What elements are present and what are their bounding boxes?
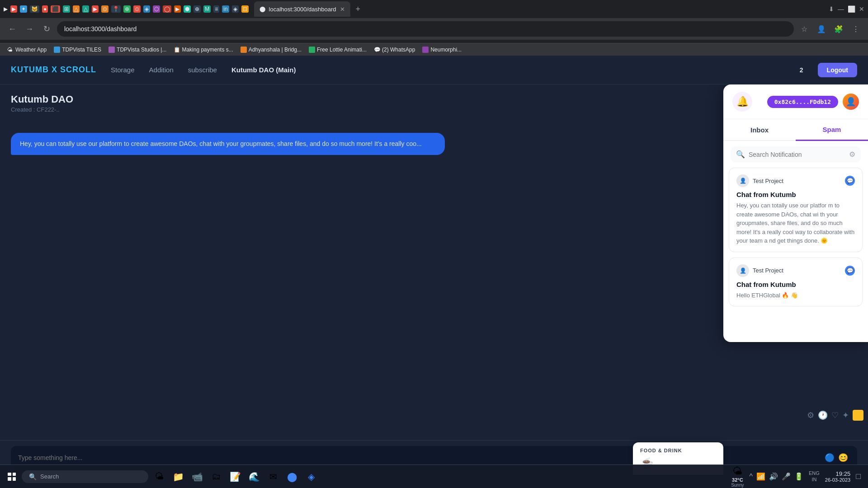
notif-item-2-project: Test Project [753,267,841,274]
bookmark-lottie[interactable]: Free Lottie Animati... [305,45,370,55]
bookmark-adhyanshala[interactable]: Adhyanshala | Bridg... [237,45,305,55]
action-icons-row: ⚙ 🕐 ♡ ✦ [807,410,863,421]
sys-time: 19:25 [836,470,851,477]
notif-items: 👤 Test Project 💬 Chat from Kutumb Hey, y… [723,168,868,342]
tab-title: localhost:3000/dashboard [269,6,336,13]
notification-panel: 🔔 0x82c6....FDdb12 👤 Inbox Spam 🔍 ⚙ [723,84,868,342]
taskbar-vscode[interactable]: ◈ [302,468,320,486]
taskbar-explorer[interactable]: 🗂 [207,468,225,486]
battery-icon[interactable]: 🔋 [794,472,803,481]
notif-panel-header-right: 0x82c6....FDdb12 👤 [767,94,859,110]
mic-icon[interactable]: 🎤 [782,472,791,481]
tab-spam[interactable]: Spam [796,119,868,141]
bookmark-whatsapp[interactable]: 💬 (2) WhatsApp [370,45,419,55]
app-nav: KUTUMB X SCROLL Storage Addition subscri… [0,56,868,84]
notif-search-row: 🔍 ⚙ [731,146,861,162]
nav-storage[interactable]: Storage [111,64,135,75]
taskbar-widgets[interactable]: 🌤 [150,468,168,486]
taskbar-sys-info[interactable]: 19:25 26-03-2023 [825,470,850,483]
forward-button[interactable]: → [23,22,36,36]
chat-bubble: Hey, you can totally use our platform to… [11,133,445,155]
taskbar-search[interactable]: 🔍 Search [22,470,148,483]
food-popup-label: FOOD & DRINK [640,448,716,453]
notif-search-icon: 🔍 [736,150,745,159]
taskbar-search-icon: 🔍 [29,473,37,480]
settings-button[interactable]: ⋮ [849,22,863,36]
notification-badge: 2 [800,66,803,74]
notif-item-1-header: 👤 Test Project 💬 [736,174,855,187]
sys-date: 26-03-2023 [825,477,850,483]
wallet-badge[interactable]: 0x82c6....FDdb12 [767,96,838,108]
taskbar-icons: 🌤 📁 📹 🗂 📝 🌊 ✉ ⬤ ◈ [150,468,320,486]
notif-item-2-avatar: 👤 [736,264,749,277]
taskbar-search-text: Search [40,473,59,480]
nav-kutumb-dao[interactable]: Kutumb DAO (Main) [231,64,296,75]
notif-item-1-avatar: 👤 [736,174,749,187]
notif-item-2-body: Hello ETHGlobal 🔥 👋 [736,291,855,300]
send-button[interactable]: 🔵 [823,451,836,465]
windows-icon [8,473,16,481]
notif-search-input[interactable] [749,151,845,158]
yellow-square [853,410,863,421]
taskbar: 🔍 Search 🌤 📁 📹 🗂 📝 🌊 ✉ ⬤ ◈ 🌤 32°C Sunny … [0,465,868,488]
system-tray-arrow[interactable]: ^ [749,473,753,481]
app-main: Kutumb DAO Created : CF222-.. Hey, you c… [0,84,868,475]
notif-item-1-project: Test Project [753,178,841,184]
heart-action-icon[interactable]: ♡ [831,410,839,420]
settings-action-icon[interactable]: ⚙ [807,410,814,420]
extension-button[interactable]: 🧩 [832,22,845,36]
taskbar-files[interactable]: 📁 [169,468,187,486]
notif-bell: 🔔 [732,92,752,112]
emoji-button[interactable]: 😊 [836,451,850,465]
notif-item-1-title: Chat from Kutumb [736,191,855,198]
address-bar[interactable] [57,21,794,37]
taskbar-right: 🌤 32°C Sunny ^ 📶 🔊 🎤 🔋 ENG IN 19:25 26-0… [727,465,864,488]
notif-item-2-title: Chat from Kutumb [736,281,855,288]
notif-item-1-icon: 💬 [845,176,855,186]
weather-widget[interactable]: 🌤 32°C Sunny [731,465,744,488]
network-icon[interactable]: 📶 [756,472,765,481]
profile-button[interactable]: 👤 [815,22,828,36]
notif-item-2[interactable]: 👤 Test Project 💬 Chat from Kutumb Hello … [729,258,863,307]
active-tab[interactable]: ⬤ localhost:3000/dashboard ✕ [254,1,350,17]
back-button[interactable]: ← [5,22,19,36]
bookmark-payments[interactable]: 📋 Making payments s... [170,45,236,55]
notification-tray-icon[interactable]: □ [856,472,861,481]
taskbar-right-icons: ^ 📶 🔊 🎤 🔋 [749,472,803,481]
star-action-icon[interactable]: ✦ [842,410,849,420]
notif-avatar: 👤 [843,94,859,110]
weather-icon: 🌤 [732,465,742,477]
bookmark-weather[interactable]: 🌤 Weather App [4,45,50,55]
logout-button[interactable]: Logout [818,63,857,77]
notif-item-2-icon: 💬 [845,266,855,276]
notif-item-1[interactable]: 👤 Test Project 💬 Chat from Kutumb Hey, y… [729,168,863,252]
notif-item-1-body: Hey, you can totally use our platfor m t… [736,201,855,245]
volume-icon[interactable]: 🔊 [769,472,778,481]
bookmark-tdpvista-tiles[interactable]: TDPVista TILES [50,45,105,55]
nav-subscribe[interactable]: subscribe [188,64,217,75]
bookmark-neumorphi[interactable]: Neumorphi... [419,45,465,55]
history-action-icon[interactable]: 🕐 [818,410,828,420]
taskbar-edge[interactable]: 🌊 [245,468,263,486]
bookmark-tdpvista-studios[interactable]: TDPVista Studios |... [105,45,170,55]
tab-inbox[interactable]: Inbox [723,119,796,140]
taskbar-chrome[interactable]: ⬤ [283,468,301,486]
new-tab-button[interactable]: + [352,5,364,14]
refresh-button[interactable]: ↻ [40,22,53,36]
taskbar-mail[interactable]: ✉ [264,468,282,486]
start-button[interactable] [4,469,20,485]
weather-temp: 32°C [732,477,743,483]
notif-filter-icon[interactable]: ⚙ [849,150,855,159]
notif-panel-header: 🔔 0x82c6....FDdb12 👤 [723,84,868,119]
notif-item-2-header: 👤 Test Project 💬 [736,264,855,277]
bookmark-button[interactable]: ☆ [797,22,811,36]
nav-addition[interactable]: Addition [149,64,174,75]
weather-desc: Sunny [731,483,744,488]
nav-brand[interactable]: KUTUMB X SCROLL [11,65,96,75]
taskbar-notepad[interactable]: 📝 [226,468,244,486]
taskbar-video[interactable]: 📹 [188,468,206,486]
notif-tabs: Inbox Spam [723,119,868,141]
